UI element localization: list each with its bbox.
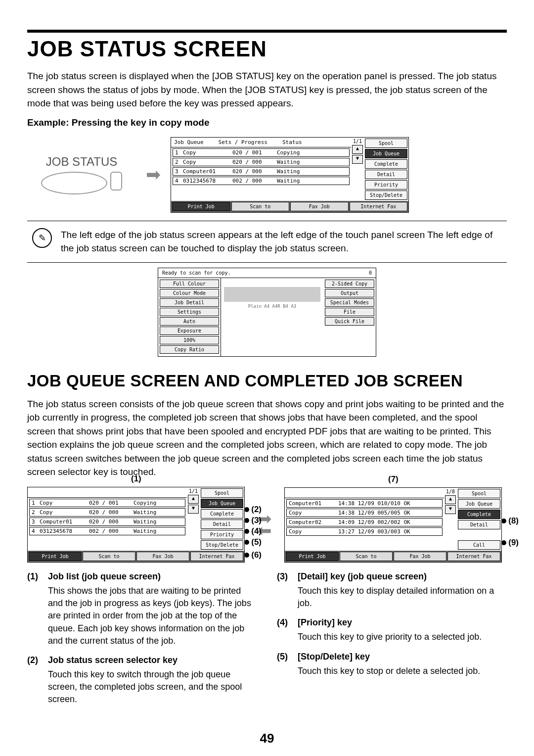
table-row[interactable]: 3Computer01020 / 000Waiting (173, 167, 350, 176)
copy-option[interactable]: 2-Sided Copy (325, 280, 374, 288)
tab-print-job[interactable]: Print Job (172, 202, 230, 211)
table-row[interactable]: Computer0114:38 12/09 010/010 OK (286, 499, 443, 508)
tab-print-job[interactable]: Print Job (29, 552, 82, 561)
scroll-down-icon[interactable]: ▼ (445, 505, 456, 514)
job-queue-button[interactable]: Job Queue (458, 499, 500, 509)
header-sets: Sets / Progress (219, 139, 267, 145)
desc-2-text: Touch this key to switch through the job… (48, 668, 257, 706)
ready-message: Ready to scan for copy. (162, 270, 230, 276)
copy-option[interactable]: Colour Mode (160, 289, 219, 297)
tab-internet-fax[interactable]: Internet Fax (447, 552, 500, 561)
job-queue-panel: Job Queue Sets / Progress Status 1Copy02… (171, 137, 409, 213)
desc-2-heading: Job status screen selector key (48, 655, 178, 665)
queue-screen-panel: 1Copy020 / 001Copying2Copy020 / 000Waiti… (27, 487, 245, 563)
copy-option[interactable]: Special Modes (325, 298, 374, 307)
scroll-up-icon[interactable]: ▲ (352, 145, 363, 154)
tab-fax-job[interactable]: Fax Job (394, 552, 446, 561)
copy-option[interactable]: Auto (160, 317, 219, 326)
table-row[interactable]: 2Copy020 / 000Waiting (29, 508, 185, 517)
detail-button[interactable]: Detail (201, 520, 243, 529)
table-row[interactable]: 1Copy020 / 001Copying (29, 499, 185, 507)
detail-button[interactable]: Detail (365, 170, 407, 179)
desc-4-heading: [Priority] key (298, 617, 352, 628)
copy-option[interactable]: 100% (160, 336, 219, 344)
copy-option[interactable]: Exposure (160, 327, 219, 335)
stop-delete-button[interactable]: Stop/Delete (365, 190, 407, 200)
tab-fax-job[interactable]: Fax Job (290, 202, 349, 211)
detail-button[interactable]: Detail (458, 520, 500, 529)
complete-button[interactable]: Complete (201, 509, 243, 519)
complete-screen-panel: Computer0114:38 12/09 010/010 OKCopy14:3… (284, 487, 502, 563)
spool-button[interactable]: Spool (365, 139, 407, 148)
scroll-up-icon[interactable]: ▲ (445, 495, 456, 504)
callout-8: (8) (501, 516, 519, 526)
paper-info: Plain A4 A4R B4 A3 (248, 304, 297, 309)
scroll-down-icon[interactable]: ▼ (352, 155, 363, 164)
page-title: JOB STATUS SCREEN (27, 37, 507, 61)
section-title: JOB QUEUE SCREEN AND COMPLETED JOB SCREE… (27, 372, 507, 390)
note-icon: ✎ (32, 228, 52, 248)
spool-button[interactable]: Spool (201, 488, 243, 498)
stop-delete-button[interactable]: Stop/Delete (201, 540, 243, 550)
sub-button[interactable] (110, 172, 122, 190)
desc-1-text: This shows the jobs that are waiting to … (48, 585, 257, 647)
scroll-down-icon[interactable]: ▼ (188, 505, 199, 514)
top-rule (27, 30, 507, 33)
table-row[interactable]: 2Copy020 / 000Waiting (173, 158, 350, 166)
table-row[interactable]: Copy13:27 12/09 003/003 OK (286, 527, 443, 536)
tab-internet-fax[interactable]: Internet Fax (350, 202, 408, 211)
callout-3: (3) (244, 516, 262, 525)
priority-button[interactable]: Priority (201, 530, 243, 539)
intro-text: The job status screen is displayed when … (27, 69, 507, 110)
note-text: The left edge of the job status screen a… (61, 228, 502, 255)
page-indicator-left: 1/1 (188, 488, 199, 494)
spool-button[interactable]: Spool (458, 489, 500, 498)
copy-option[interactable]: Job Detail (160, 298, 219, 307)
table-row[interactable]: 40312345678002 / 000Waiting (29, 527, 185, 535)
example-label: Example: Pressing the key in copy mode (27, 117, 507, 128)
tab-scan-to[interactable]: Scan to (231, 202, 290, 211)
callout-4: (4) (244, 526, 262, 536)
table-row[interactable]: 40312345678002 / 000Waiting (173, 177, 350, 185)
job-status-button[interactable] (41, 172, 107, 194)
page-indicator: 1/1 (352, 139, 363, 144)
desc-5-text: Touch this key to stop or delete a selec… (298, 665, 507, 677)
call-button[interactable]: Call (458, 540, 500, 550)
tab-scan-to[interactable]: Scan to (83, 552, 135, 561)
header-status: Status (282, 139, 302, 145)
job-queue-button[interactable]: Job Queue (201, 499, 243, 508)
table-row[interactable]: 3Computer01020 / 000Waiting (29, 518, 185, 526)
copy-option[interactable]: Output (325, 289, 374, 297)
copy-mode-panel: Ready to scan for copy. 0 Full ColourCol… (158, 268, 376, 357)
section-intro: The job status screen consists of the jo… (27, 397, 507, 479)
callout-9: (9) (501, 538, 519, 548)
tab-scan-to[interactable]: Scan to (340, 552, 393, 561)
tab-fax-job[interactable]: Fax Job (136, 552, 189, 561)
tab-internet-fax[interactable]: Internet Fax (190, 552, 243, 561)
desc-3-text: Touch this key to display detailed infor… (298, 585, 507, 610)
table-row[interactable]: 1Copy020 / 001Copying (173, 148, 350, 157)
copy-option[interactable]: Copy Ratio (160, 345, 219, 354)
tab-print-job[interactable]: Print Job (286, 552, 339, 561)
copy-count: 0 (369, 270, 372, 276)
desc-3-heading: [Detail] key (job queue screen) (298, 571, 427, 582)
callout-7: (7) (388, 474, 399, 484)
desc-4-text: Touch this key to give priority to a sel… (298, 631, 507, 643)
complete-button[interactable]: Complete (458, 510, 500, 519)
copy-option[interactable]: Quick File (325, 317, 374, 326)
job-queue-button[interactable]: Job Queue (365, 149, 407, 158)
callout-2: (2) (244, 505, 262, 515)
table-row[interactable]: Computer0214:09 12/09 002/002 OK (286, 518, 443, 526)
copy-option[interactable]: Settings (160, 308, 219, 316)
callout-1: (1) (131, 474, 141, 484)
copy-option[interactable]: Full Colour (160, 280, 219, 288)
copy-option[interactable]: File (325, 308, 374, 316)
desc-1-heading: Job list (job queue screen) (48, 571, 161, 582)
job-status-key-label: JOB STATUS (27, 155, 136, 169)
priority-button[interactable]: Priority (365, 180, 407, 189)
scroll-up-icon[interactable]: ▲ (188, 495, 199, 504)
complete-button[interactable]: Complete (365, 159, 407, 169)
page-indicator-right: 1/8 (445, 489, 456, 494)
table-row[interactable]: Copy14:38 12/09 005/005 OK (286, 509, 443, 517)
header-queue: Job Queue (174, 139, 204, 145)
